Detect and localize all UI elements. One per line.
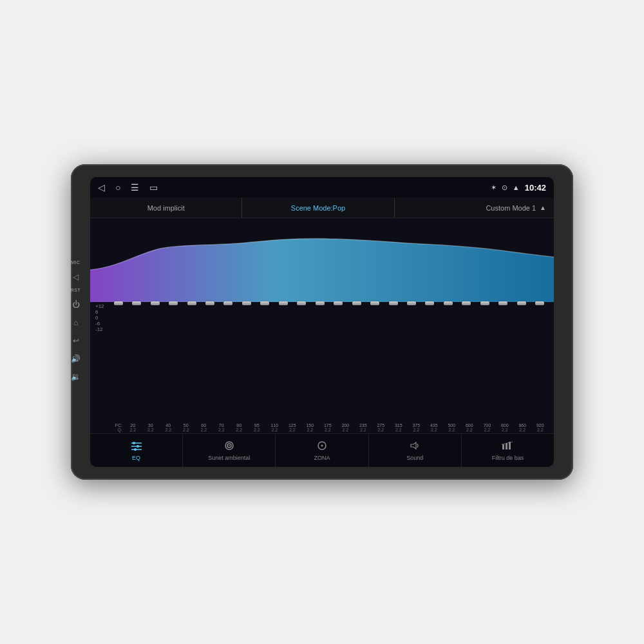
q-label-110: 2.2 — [271, 428, 278, 432]
freq-label-col-20: 202.2 — [124, 423, 142, 432]
slider-col-70 — [201, 302, 218, 305]
nav-filtru-de-bas[interactable]: Filtru de bas — [462, 434, 554, 467]
freq-label-col-150: 1502.2 — [301, 423, 319, 432]
fc-label-500: 500 — [448, 423, 455, 428]
slider-thumb-60[interactable] — [187, 301, 196, 305]
q-label-50: 2.2 — [183, 428, 189, 432]
freq-label-col-30: 302.2 — [142, 423, 160, 432]
slider-thumb-435[interactable] — [425, 301, 434, 305]
freq-label-col-375: 3752.2 — [408, 423, 425, 432]
undo-icon[interactable]: ↩ — [70, 334, 82, 348]
q-label-275: 2.2 — [377, 428, 384, 432]
slider-col-700 — [476, 302, 493, 305]
bluetooth-icon: ✶ — [491, 184, 497, 192]
device: MIC ◁ RST ⏻ ⌂ ↩ 🔊 🔉 ◁ ○ ☰ ▭ ✶ ⊙ ▲ 10:42 — [71, 164, 573, 480]
slider-thumb-125[interactable] — [279, 301, 288, 305]
slider-col-800 — [495, 302, 512, 305]
vol-down-icon[interactable]: 🔉 — [68, 370, 83, 384]
slider-thumb-150[interactable] — [297, 301, 306, 305]
freq-label-col-60: 602.2 — [195, 423, 213, 432]
sliders-container — [109, 302, 549, 305]
slider-thumb-200[interactable] — [334, 301, 343, 305]
slider-thumb-235[interactable] — [352, 301, 361, 305]
slider-col-20 — [109, 302, 127, 305]
q-label-30: 2.2 — [147, 428, 154, 432]
slider-thumb-700[interactable] — [480, 301, 489, 305]
slider-col-60 — [183, 302, 200, 305]
home-nav-icon[interactable]: ○ — [115, 182, 120, 193]
fc-label-150: 150 — [306, 423, 314, 428]
slider-thumb-95[interactable] — [242, 301, 251, 305]
nav-sound-label: Sound — [406, 455, 423, 461]
home-side-icon[interactable]: ⌂ — [71, 316, 80, 330]
mic-label: MIC — [71, 260, 80, 265]
slider-thumb-800[interactable] — [498, 301, 507, 305]
nav-zona[interactable]: ZONA — [276, 434, 368, 467]
fc-label-375: 375 — [412, 423, 420, 428]
freq-label-col-200: 2002.2 — [337, 423, 354, 432]
q-label-125: 2.2 — [289, 428, 296, 432]
nav-sound[interactable]: Sound — [369, 434, 462, 467]
slider-thumb-20[interactable] — [114, 301, 123, 305]
side-controls: MIC ◁ RST ⏻ ⌂ ↩ 🔊 🔉 — [68, 260, 83, 384]
mode-custom[interactable]: Custom Mode 1 ▲ — [395, 198, 554, 218]
slider-thumb-375[interactable] — [407, 301, 416, 305]
db-labels: +12 6 0 -6 -12 — [95, 302, 109, 334]
slider-thumb-275[interactable] — [370, 301, 379, 305]
eq-controls: +12 6 0 -6 -12 FC: Q: 202.2302.2402.2502… — [90, 302, 554, 433]
q-label-60: 2.2 — [200, 428, 207, 432]
slider-thumb-175[interactable] — [316, 301, 325, 305]
nav-filtru-label: Filtru de bas — [492, 455, 524, 461]
freq-label-col-920: 9202.2 — [532, 423, 549, 432]
slider-thumb-110[interactable] — [260, 301, 269, 305]
slider-thumb-30[interactable] — [132, 301, 141, 305]
fc-label-50: 50 — [184, 423, 189, 428]
fc-label-95: 95 — [254, 423, 260, 428]
slider-col-435 — [421, 302, 439, 305]
slider-thumb-40[interactable] — [151, 301, 160, 305]
q-label-800: 2.2 — [502, 428, 508, 432]
freq-label-col-40: 402.2 — [160, 423, 177, 432]
freq-label-col-860: 8602.2 — [514, 423, 531, 432]
slider-thumb-70[interactable] — [205, 301, 214, 305]
q-label-315: 2.2 — [395, 428, 402, 432]
svg-rect-14 — [509, 442, 511, 450]
fc-prefix: FC: — [115, 423, 122, 428]
slider-col-275 — [366, 302, 383, 305]
slider-col-235 — [348, 302, 365, 305]
back-nav-icon[interactable]: ◁ — [98, 182, 105, 193]
slider-thumb-860[interactable] — [517, 301, 526, 305]
screen: ◁ ○ ☰ ▭ ✶ ⊙ ▲ 10:42 Mod implicit Scene M… — [90, 177, 554, 467]
freq-label-col-110: 1102.2 — [266, 423, 283, 432]
menu-nav-icon[interactable]: ☰ — [131, 182, 139, 193]
mode-scene[interactable]: Scene Mode:Pop — [242, 198, 394, 218]
nav-zona-label: ZONA — [314, 455, 330, 461]
slider-thumb-80[interactable] — [223, 301, 232, 305]
zone-icon — [316, 440, 328, 453]
back-side-icon[interactable]: ◁ — [70, 270, 81, 284]
slider-thumb-315[interactable] — [389, 301, 398, 305]
fc-label-600: 600 — [466, 423, 473, 428]
slider-thumb-920[interactable] — [535, 301, 544, 305]
nav-eq-label: EQ — [132, 455, 140, 461]
svg-rect-13 — [506, 443, 507, 450]
nav-sunet-label: Sunet ambiental — [208, 455, 250, 461]
slider-col-50 — [164, 302, 182, 305]
mode-implicit[interactable]: Mod implicit — [90, 198, 242, 218]
q-label-150: 2.2 — [307, 428, 313, 432]
svg-point-2 — [133, 442, 135, 444]
power-icon[interactable]: ⏻ — [70, 298, 82, 312]
slider-col-95 — [238, 302, 255, 305]
recent-nav-icon[interactable]: ▭ — [149, 182, 158, 193]
rst-label: RST — [71, 288, 81, 292]
slider-thumb-600[interactable] — [462, 301, 471, 305]
vol-up-icon[interactable]: 🔊 — [68, 352, 83, 366]
fc-label-800: 800 — [501, 423, 509, 428]
svg-point-4 — [137, 445, 139, 448]
nav-sunet-ambiental[interactable]: Sunet ambiental — [183, 434, 276, 467]
slider-thumb-50[interactable] — [169, 301, 178, 305]
nav-eq[interactable]: EQ — [90, 434, 183, 467]
slider-thumb-500[interactable] — [444, 301, 453, 305]
status-time: 10:42 — [525, 183, 546, 193]
slider-col-125 — [274, 302, 292, 305]
